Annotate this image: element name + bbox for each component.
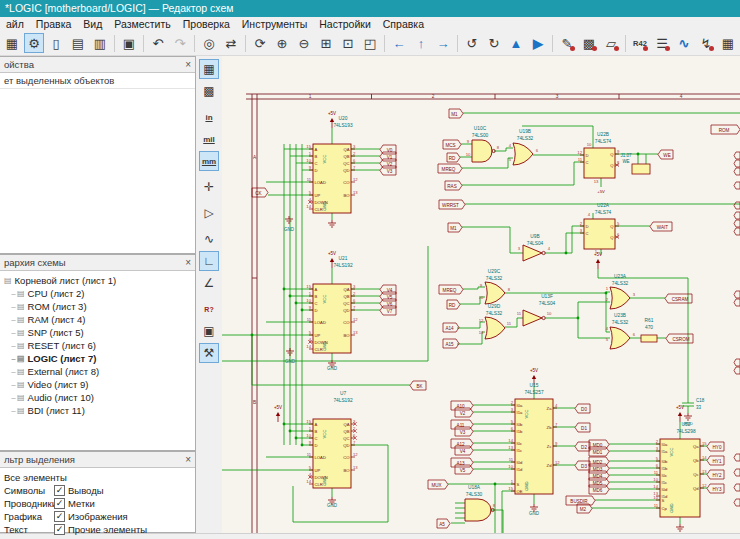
- schematic-text: 5: [309, 465, 312, 470]
- update-pcb-button[interactable]: ↯: [696, 33, 716, 53]
- sheet-item-Корневой[interactable]: ▤Корневой лист (лист 1): [0, 274, 195, 287]
- undo-button[interactable]: ↶: [148, 33, 168, 53]
- filter-option-Прочие элементы[interactable]: Прочие элементы: [68, 524, 147, 535]
- plot-button[interactable]: ▥: [90, 33, 110, 53]
- checkbox-Метки[interactable]: ✓: [54, 498, 65, 509]
- units-mm-button[interactable]: mm: [199, 151, 219, 171]
- units-inches-button[interactable]: in: [199, 107, 219, 127]
- filter-option-Изображения[interactable]: Изображения: [68, 511, 128, 522]
- free-angle-wires-button[interactable]: ∿: [199, 229, 219, 249]
- cursor-shape-button[interactable]: ✛: [199, 177, 219, 197]
- tree-guide: –: [10, 365, 17, 378]
- sheet-item-SNP[interactable]: –▤SNP (лист 5): [0, 326, 195, 339]
- edit-symbols-button[interactable]: ✎: [557, 33, 577, 53]
- mirror-horizontal-button[interactable]: ▶: [528, 33, 548, 53]
- zoom-in-button[interactable]: ⊕: [272, 33, 292, 53]
- refresh-button[interactable]: ⟳: [250, 33, 270, 53]
- menu-item-Вид[interactable]: Вид: [77, 18, 108, 30]
- sheet-item-Video[interactable]: –▤Video (лист 9): [0, 378, 195, 391]
- grid-off-button[interactable]: ▩: [199, 81, 219, 101]
- print-preview-button[interactable]: ▯: [46, 33, 66, 53]
- menu-item-Разместить[interactable]: Разместить: [108, 18, 176, 30]
- page-settings-button[interactable]: ⚙: [24, 33, 44, 53]
- schematic-text: ROM: [719, 128, 730, 133]
- paste-button[interactable]: ▣: [119, 33, 139, 53]
- zoom-out-button[interactable]: ⊖: [294, 33, 314, 53]
- schematic-text: QC: [343, 301, 349, 306]
- properties-panel-button[interactable]: ⚒: [199, 343, 219, 363]
- mirror-vertical-button[interactable]: ▲: [506, 33, 526, 53]
- zoom-fit-button[interactable]: ⊞: [316, 33, 336, 53]
- sheet-item-BDI[interactable]: –▤BDI (лист 11): [0, 404, 195, 417]
- power-5v-icon: [678, 412, 682, 416]
- filter-option-Проводники[interactable]: Проводники: [4, 498, 54, 509]
- checkbox-Выводы[interactable]: ✓: [54, 485, 65, 496]
- menu-item-Проверка[interactable]: Проверка: [177, 18, 236, 30]
- sheet-item-CPU[interactable]: –▤CPU (лист 2): [0, 287, 195, 300]
- grid-visible-button[interactable]: ▦: [199, 59, 219, 79]
- schematic-text: U20: [339, 116, 348, 121]
- menu-item-айл[interactable]: айл: [0, 18, 30, 30]
- schematic-text: 1: [309, 151, 312, 156]
- hidden-pins-button[interactable]: ▷: [199, 203, 219, 223]
- erc-button[interactable]: ▩: [579, 33, 599, 53]
- zoom-objects-button[interactable]: ⊡: [338, 33, 358, 53]
- find-button[interactable]: ◎: [199, 33, 219, 53]
- nav-forward-button[interactable]: →: [433, 33, 453, 53]
- simulator-button[interactable]: ∿: [674, 33, 694, 53]
- schematic-drawing[interactable]: 15A1B10C9D11LOAD5UP4DOWN14CLR3QA2QB6QC7Q…: [222, 56, 740, 533]
- wires-45-button[interactable]: ∠: [199, 273, 219, 293]
- rules-checker-button[interactable]: ☰: [652, 33, 672, 53]
- checkbox-Прочие элементы[interactable]: ✓: [54, 524, 65, 535]
- sheet-item-LOGIC[interactable]: –▤LOGIC (лист 7): [0, 352, 195, 365]
- nav-up-button[interactable]: ↑: [411, 33, 431, 53]
- redo-button[interactable]: ↷: [170, 33, 190, 53]
- filter-option-Выводы[interactable]: Выводы: [68, 485, 104, 496]
- rotate-cw-button[interactable]: ↻: [484, 33, 504, 53]
- find-replace-button[interactable]: ⇄: [221, 33, 241, 53]
- sheet-item-External[interactable]: –▤External (лист 8): [0, 365, 195, 378]
- sheet-icon: ▤: [17, 391, 25, 404]
- assign-footprints-button[interactable]: ▱: [601, 33, 621, 53]
- save-button[interactable]: ▦: [2, 33, 22, 53]
- sheet-item-ROM[interactable]: –▤ROM (лист 3): [0, 300, 195, 313]
- hv-wires-button[interactable]: ∟: [199, 251, 219, 271]
- sheet-item-RESET[interactable]: –▤RESET (лист 6): [0, 339, 195, 352]
- menu-item-Инструменты[interactable]: Инструменты: [236, 18, 313, 30]
- menu-item-Настройки[interactable]: Настройки: [313, 18, 377, 30]
- nav-back-button[interactable]: ←: [389, 33, 409, 53]
- filter-option-Текст[interactable]: Текст: [4, 524, 54, 535]
- print-button[interactable]: ▤: [68, 33, 88, 53]
- close-icon[interactable]: ×: [185, 59, 191, 70]
- close-icon[interactable]: ×: [185, 454, 191, 465]
- close-icon[interactable]: ×: [185, 257, 191, 268]
- menu-item-Справка[interactable]: Справка: [377, 18, 430, 30]
- schematic-text: D2: [581, 445, 587, 450]
- filter-option-Графика[interactable]: Графика: [4, 511, 54, 522]
- hierarchy-navigator-button[interactable]: ▣: [199, 321, 219, 341]
- annotate-button[interactable]: R42: [630, 33, 650, 53]
- zoom-selection-button[interactable]: ◰: [360, 33, 380, 53]
- menu-item-Правка[interactable]: Правка: [30, 18, 77, 30]
- window-titlebar[interactable]: *LOGIC [motherboard/LOGIC] — Редактор сх…: [0, 0, 740, 17]
- power-5v-icon: [330, 118, 334, 122]
- sheet-item-RAM[interactable]: –▤RAM (лист 4): [0, 313, 195, 326]
- schematic-text: UP: [315, 333, 321, 338]
- filter-option-Символы[interactable]: Символы: [4, 485, 54, 496]
- schematic-text: J1.07: [620, 153, 632, 158]
- units-mils-button[interactable]: mil: [199, 129, 219, 149]
- sheet-item-Audio[interactable]: –▤Audio (лист 10): [0, 391, 195, 404]
- junction-dot: [494, 483, 497, 486]
- window-title: *LOGIC [motherboard/LOGIC] — Редактор сх…: [5, 2, 234, 14]
- filter-all-items[interactable]: Все элементы: [4, 471, 195, 484]
- schematic-text: 15: [702, 441, 707, 446]
- schematic-text: UP: [315, 468, 321, 473]
- fields-table-button[interactable]: ▦: [718, 33, 738, 53]
- top-toolbar: ▦⚙▯▤▥▣↶↷◎⇄⟳⊕⊖⊞⊡◰←↑→↺↻▲▶✎▩▱R42☰∿↯▦: [0, 31, 740, 56]
- rotate-ccw-button[interactable]: ↺: [462, 33, 482, 53]
- schematic-text: 74LS74: [595, 139, 612, 144]
- schematic-canvas[interactable]: 15A1B10C9D11LOAD5UP4DOWN14CLR3QA2QB6QC7Q…: [222, 56, 740, 533]
- checkbox-Изображения[interactable]: ✓: [54, 511, 65, 522]
- hidden-fields-button[interactable]: R?: [199, 299, 219, 319]
- filter-option-Метки[interactable]: Метки: [68, 498, 95, 509]
